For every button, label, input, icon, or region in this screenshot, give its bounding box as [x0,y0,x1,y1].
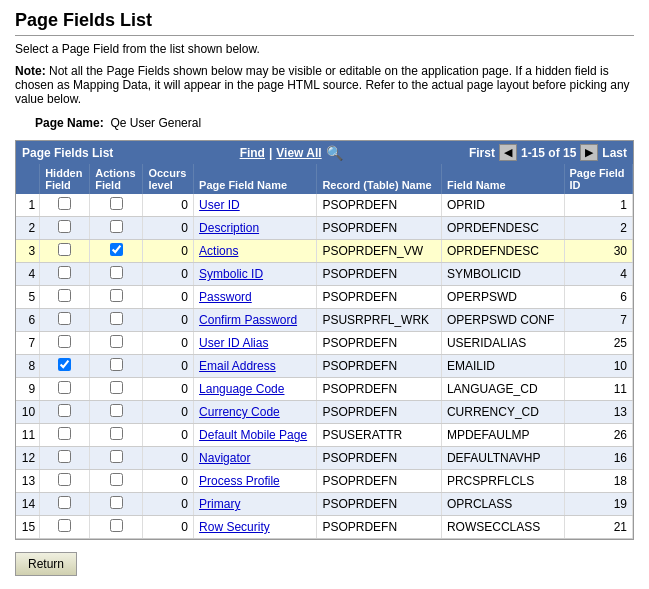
actions-field-cell [90,447,143,470]
page-field-name-link[interactable]: User ID [199,198,240,212]
prev-button[interactable]: ◀ [499,144,517,161]
page-field-name-link[interactable]: Language Code [199,382,284,396]
hidden-field-cell [40,332,90,355]
page-field-name-cell: Primary [194,493,317,516]
occurs-level-cell: 0 [143,378,194,401]
hidden-checkbox[interactable] [58,404,71,417]
actions-checkbox[interactable] [110,220,123,233]
hidden-checkbox[interactable] [58,381,71,394]
hidden-checkbox[interactable] [58,220,71,233]
col-actions-field[interactable]: ActionsField [90,164,143,194]
record-name-cell: PSOPRDEFN_VW [317,240,442,263]
page-field-name-link[interactable]: Symbolic ID [199,267,263,281]
page-field-name-link[interactable]: Process Profile [199,474,280,488]
page-field-name-cell: Confirm Password [194,309,317,332]
field-name-cell: CURRENCY_CD [441,401,564,424]
col-occurs-level[interactable]: Occurslevel [143,164,194,194]
page-field-name-link[interactable]: Navigator [199,451,250,465]
col-field-name[interactable]: Field Name [441,164,564,194]
row-number: 11 [16,424,40,447]
hidden-checkbox[interactable] [58,312,71,325]
page-field-name-link[interactable]: Default Mobile Page [199,428,307,442]
hidden-checkbox[interactable] [58,266,71,279]
actions-checkbox[interactable] [110,312,123,325]
hidden-field-cell [40,493,90,516]
record-name-cell: PSOPRDEFN [317,493,442,516]
page-field-id-cell: 10 [564,355,632,378]
note-text: Note: Not all the Page Fields shown belo… [15,64,634,106]
actions-checkbox[interactable] [110,197,123,210]
actions-checkbox[interactable] [110,381,123,394]
hidden-checkbox[interactable] [58,289,71,302]
hidden-field-cell [40,401,90,424]
record-name-cell: PSOPRDEFN [317,217,442,240]
field-name-cell: OPERPSWD CONF [441,309,564,332]
hidden-checkbox[interactable] [58,427,71,440]
first-link[interactable]: First [469,146,495,160]
record-name-cell: PSOPRDEFN [317,470,442,493]
occurs-level-cell: 0 [143,332,194,355]
page-field-id-cell: 2 [564,217,632,240]
record-name-cell: PSOPRDEFN [317,401,442,424]
page-field-name-link[interactable]: Confirm Password [199,313,297,327]
actions-checkbox[interactable] [110,473,123,486]
occurs-level-cell: 0 [143,493,194,516]
last-link[interactable]: Last [602,146,627,160]
col-page-field-id[interactable]: Page FieldID [564,164,632,194]
hidden-field-cell [40,378,90,401]
hidden-checkbox[interactable] [58,519,71,532]
page-field-id-cell: 19 [564,493,632,516]
page-field-name-link[interactable]: User ID Alias [199,336,268,350]
actions-checkbox[interactable] [110,243,123,256]
actions-checkbox[interactable] [110,427,123,440]
col-page-field-name[interactable]: Page Field Name [194,164,317,194]
hidden-checkbox[interactable] [58,496,71,509]
next-button[interactable]: ▶ [580,144,598,161]
hidden-field-cell [40,217,90,240]
table-row: 10User IDPSOPRDEFNOPRID1 [16,194,633,217]
actions-field-cell [90,401,143,424]
record-name-cell: PSUSERATTR [317,424,442,447]
row-number: 2 [16,217,40,240]
hidden-checkbox[interactable] [58,358,71,371]
page-field-name-cell: Default Mobile Page [194,424,317,447]
actions-checkbox[interactable] [110,289,123,302]
page-field-name-cell: Email Address [194,355,317,378]
col-hidden-field[interactable]: HiddenField [40,164,90,194]
actions-checkbox[interactable] [110,358,123,371]
actions-checkbox[interactable] [110,519,123,532]
page-field-name-link[interactable]: Password [199,290,252,304]
actions-checkbox[interactable] [110,335,123,348]
record-name-cell: PSOPRDEFN [317,332,442,355]
page-field-name-link[interactable]: Row Security [199,520,270,534]
record-name-cell: PSOPRDEFN [317,286,442,309]
view-all-link[interactable]: View All [276,146,321,160]
actions-checkbox[interactable] [110,496,123,509]
hidden-field-cell [40,240,90,263]
page-field-name-link[interactable]: Actions [199,244,238,258]
field-name-cell: PRCSPRFLCLS [441,470,564,493]
actions-checkbox[interactable] [110,266,123,279]
page-field-name-link[interactable]: Primary [199,497,240,511]
hidden-checkbox[interactable] [58,197,71,210]
hidden-checkbox[interactable] [58,335,71,348]
find-link[interactable]: Find [240,146,265,160]
page-field-name-cell: Actions [194,240,317,263]
note-body: Not all the Page Fields shown below may … [15,64,630,106]
row-number: 15 [16,516,40,539]
record-name-cell: PSOPRDEFN [317,263,442,286]
row-number: 12 [16,447,40,470]
hidden-checkbox[interactable] [58,450,71,463]
page-field-name-link[interactable]: Currency Code [199,405,280,419]
page-field-name-link[interactable]: Description [199,221,259,235]
hidden-checkbox[interactable] [58,473,71,486]
actions-field-cell [90,378,143,401]
col-record-table-name[interactable]: Record (Table) Name [317,164,442,194]
hidden-checkbox[interactable] [58,243,71,256]
actions-checkbox[interactable] [110,404,123,417]
table-row: 80Email AddressPSOPRDEFNEMAILID10 [16,355,633,378]
actions-checkbox[interactable] [110,450,123,463]
record-name-cell: PSOPRDEFN [317,447,442,470]
page-field-name-link[interactable]: Email Address [199,359,276,373]
return-button[interactable]: Return [15,552,77,576]
